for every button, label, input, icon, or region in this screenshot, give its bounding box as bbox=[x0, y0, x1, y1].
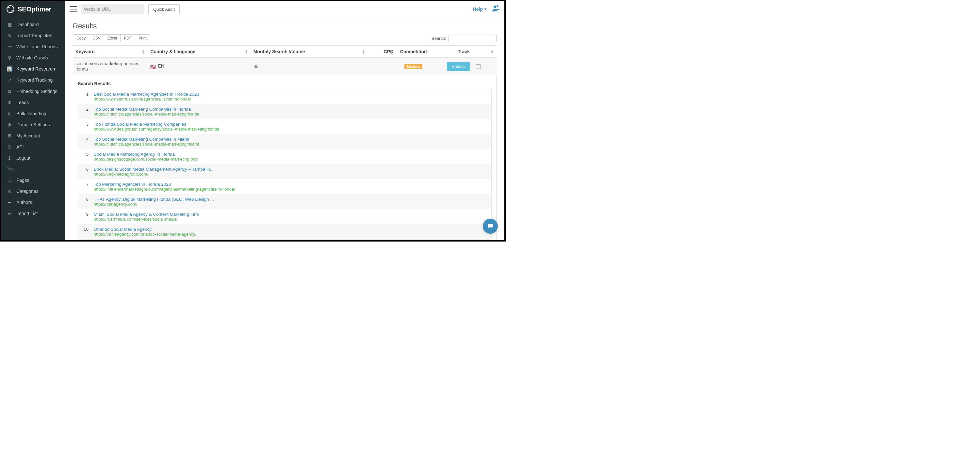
sidebar-item-label: White Label Reports bbox=[16, 44, 58, 49]
sidebar-item-api[interactable]: ⌬API bbox=[1, 141, 65, 152]
sidebar-item-website-crawls[interactable]: ⚲Website Crawls bbox=[1, 52, 65, 64]
result-number: 6 bbox=[82, 167, 89, 176]
result-title-link[interactable]: Miami Social Media Agency & Content Mark… bbox=[94, 212, 487, 217]
sort-icon: ▲▼ bbox=[490, 49, 494, 54]
result-number: 9 bbox=[82, 212, 89, 222]
result-title-link[interactable]: THAT Agency: Digital Marketing Florida (… bbox=[94, 197, 487, 202]
sidebar-item-label: Pages bbox=[16, 178, 29, 183]
sidebar-icon: ↗ bbox=[6, 77, 13, 83]
result-url[interactable]: https://brickmediagroup.com/ bbox=[94, 171, 487, 176]
results-button[interactable]: Results bbox=[447, 62, 470, 71]
track-checkbox[interactable] bbox=[476, 64, 480, 69]
sidebar-item-dashboard[interactable]: ▦Dashboard bbox=[1, 19, 65, 30]
excel-button[interactable]: Excel bbox=[104, 34, 121, 42]
page-title: Results bbox=[73, 22, 496, 30]
search-input[interactable] bbox=[448, 35, 496, 42]
sidebar-item-label: Categories bbox=[16, 189, 38, 194]
sidebar-item-keyword-research[interactable]: 📊Keyword Research bbox=[1, 64, 65, 75]
sidebar-icon: ▦ bbox=[6, 22, 13, 27]
help-label: Help bbox=[473, 6, 483, 12]
cell-country-lang: 🇺🇸EN bbox=[148, 58, 251, 75]
result-url[interactable]: https://roarmedia.com/services/social-me… bbox=[94, 217, 487, 222]
sidebar-item-keyword-tracking[interactable]: ↗Keyword Tracking bbox=[1, 75, 65, 86]
result-url[interactable]: https://designscottage.com/social-media-… bbox=[94, 157, 487, 162]
sidebar-item-categories[interactable]: ⎋Categories bbox=[1, 186, 65, 197]
result-title-link[interactable]: Top Marketing Agencies in Florida 2023 bbox=[94, 182, 487, 187]
export-button-group: CopyCSVExcelPDFPrint bbox=[73, 34, 150, 42]
result-url[interactable]: https://www.designrush.com/agency/social… bbox=[94, 127, 487, 132]
website-url-input[interactable] bbox=[81, 4, 145, 14]
sidebar-icon: ≣ bbox=[6, 211, 13, 216]
search-results-heading: Search Results bbox=[78, 78, 492, 89]
sidebar-item-bulk-reporting[interactable]: ⎘Bulk Reporting bbox=[1, 108, 65, 119]
sidebar-item-label: Authors bbox=[16, 200, 32, 205]
sidebar-item-pages[interactable]: ▭Pages bbox=[1, 175, 65, 186]
search-label: Search: bbox=[431, 36, 446, 41]
result-title-link[interactable]: Brick Media: Social Media Management Age… bbox=[94, 167, 487, 171]
column-header-track[interactable]: Track▲▼ bbox=[431, 46, 496, 58]
sidebar-icon: ⚙ bbox=[6, 133, 13, 138]
chevron-down-icon bbox=[484, 8, 487, 10]
column-header-monthly-search-volume[interactable]: Monthly Search Volume▲▼ bbox=[251, 46, 368, 58]
sidebar-item-domain-settings[interactable]: ⊕Domain Settings bbox=[1, 119, 65, 130]
copy-button[interactable]: Copy bbox=[73, 34, 89, 42]
brand-logo[interactable]: SEOptimer bbox=[1, 1, 65, 17]
column-header-competition[interactable]: Competition▲▼ bbox=[396, 46, 431, 58]
content-area: Results CopyCSVExcelPDFPrint Search: Key… bbox=[65, 17, 504, 240]
result-url[interactable]: https://influencermarketinghub.com/agenc… bbox=[94, 187, 487, 192]
sidebar-icon: ⎘ bbox=[6, 111, 13, 116]
result-number: 3 bbox=[82, 122, 89, 132]
chat-bubble-icon[interactable] bbox=[483, 219, 498, 234]
sidebar-icon: ⚲ bbox=[6, 55, 13, 60]
result-title-link[interactable]: Top Florida Social Media Marketing Compa… bbox=[94, 122, 487, 127]
pdf-button[interactable]: PDF bbox=[121, 34, 135, 42]
sidebar-item-import-list[interactable]: ≣Import List bbox=[1, 208, 65, 219]
sidebar-icon: ✎ bbox=[6, 33, 13, 38]
sidebar-item-white-label-reports[interactable]: ▭White Label Reports bbox=[1, 41, 65, 52]
sidebar-item-embedding-settings[interactable]: ⧉Embedding Settings bbox=[1, 86, 65, 97]
cell-keyword: social media marketing agency florida bbox=[73, 58, 148, 75]
result-number: 4 bbox=[82, 137, 89, 146]
sidebar-icon: 📊 bbox=[6, 66, 13, 71]
sidebar-icon: ▭ bbox=[6, 44, 13, 49]
result-title-link[interactable]: Top Social Media Marketing Companies in … bbox=[94, 107, 487, 112]
result-url[interactable]: https://clutch.co/agencies/social-media-… bbox=[94, 142, 487, 146]
result-url[interactable]: https://clutch.co/agencies/social-media-… bbox=[94, 112, 487, 116]
help-link[interactable]: Help bbox=[473, 6, 487, 12]
result-title-link[interactable]: Top Social Media Marketing Companies in … bbox=[94, 137, 487, 142]
table-row: social media marketing agency florida 🇺🇸… bbox=[73, 58, 496, 75]
print-button[interactable]: Print bbox=[135, 34, 150, 42]
result-title-link[interactable]: Social Media Marketing Agency In Florida bbox=[94, 152, 487, 157]
result-number: 10 bbox=[82, 227, 89, 237]
column-header-keyword[interactable]: Keyword▲▼ bbox=[73, 46, 148, 58]
sidebar-item-label: Embedding Settings bbox=[16, 89, 57, 94]
sidebar-item-label: Domain Settings bbox=[16, 122, 50, 127]
sidebar-item-leads[interactable]: ✉Leads bbox=[1, 97, 65, 108]
sidebar-item-authors[interactable]: ≣Authors bbox=[1, 197, 65, 208]
menu-toggle-icon[interactable] bbox=[70, 6, 77, 12]
result-url[interactable]: https://thatagency.com/ bbox=[94, 202, 487, 206]
sort-icon: ▲▼ bbox=[245, 49, 248, 54]
sidebar-icon: ⊕ bbox=[6, 122, 13, 127]
results-table: Keyword▲▼Country & Language▲▼Monthly Sea… bbox=[73, 45, 496, 240]
sidebar-item-label: Dashboard bbox=[16, 22, 39, 27]
sidebar-item-my-account[interactable]: ⚙My Account bbox=[1, 130, 65, 141]
sidebar-item-report-templates[interactable]: ✎Report Templates bbox=[1, 30, 65, 41]
quick-audit-button[interactable]: Quick Audit bbox=[148, 4, 180, 14]
column-header-cpc[interactable]: CPC▲▼ bbox=[368, 46, 396, 58]
result-title-link[interactable]: Best Social Media Marketing Agencies in … bbox=[94, 92, 487, 97]
sidebar-item-logout[interactable]: ↥Logout bbox=[1, 152, 65, 164]
search-result-row: 7 Top Marketing Agencies in Florida 2023… bbox=[78, 179, 491, 194]
user-icon[interactable] bbox=[492, 4, 500, 14]
result-title-link[interactable]: Orlando Social Media Agency bbox=[94, 227, 487, 232]
csv-button[interactable]: CSV bbox=[89, 34, 104, 42]
cell-track: Results bbox=[431, 58, 496, 75]
search-result-row: 10 Orlando Social Media Agency https://t… bbox=[78, 224, 491, 239]
sidebar-item-label: API bbox=[16, 144, 24, 149]
brand-text: SEOptimer bbox=[18, 6, 51, 13]
result-url[interactable]: https://www.semrush.com/agencies/list/sm… bbox=[94, 97, 487, 102]
sidebar-icon: ↥ bbox=[6, 156, 13, 160]
column-header-country-language[interactable]: Country & Language▲▼ bbox=[148, 46, 251, 58]
sidebar-icon: ▭ bbox=[6, 178, 13, 183]
result-url[interactable]: https://thriveagency.com/orlando-social-… bbox=[94, 232, 487, 237]
